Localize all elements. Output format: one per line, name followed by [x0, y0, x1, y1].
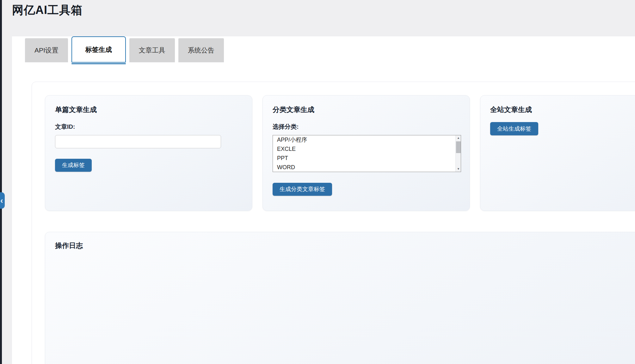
cards-row: 单篇文章生成 文章ID: 生成标签 分类文章生成 选择分类: APP/小程序 E… — [45, 95, 635, 211]
site-article-card: 全站文章生成 全站生成标签 — [480, 95, 635, 211]
category-article-card-title: 分类文章生成 — [273, 105, 460, 114]
listbox-scrollbar[interactable]: ▲ ▼ — [455, 135, 461, 172]
operation-log-title: 操作日志 — [55, 241, 633, 250]
category-select[interactable]: APP/小程序 EXCLE PPT WORD ▲ ▼ — [273, 135, 461, 172]
single-article-card: 单篇文章生成 文章ID: 生成标签 — [45, 95, 252, 211]
site-article-card-title: 全站文章生成 — [490, 105, 635, 114]
article-id-label: 文章ID: — [55, 123, 242, 131]
category-option[interactable]: PPT — [273, 154, 461, 163]
tab-system-announcements[interactable]: 系统公告 — [178, 38, 224, 62]
single-article-card-title: 单篇文章生成 — [55, 105, 242, 114]
generate-site-tags-button[interactable]: 全站生成标签 — [490, 122, 538, 135]
category-select-label: 选择分类: — [273, 123, 460, 131]
category-option[interactable]: WORD — [273, 163, 461, 172]
category-option[interactable]: APP/小程序 — [273, 135, 461, 145]
scrollbar-up-icon[interactable]: ▲ — [456, 135, 461, 141]
tab-api-settings[interactable]: API设置 — [25, 38, 68, 62]
tab-tag-generation[interactable]: 标签生成 — [71, 36, 126, 63]
category-article-card: 分类文章生成 选择分类: APP/小程序 EXCLE PPT WORD ▲ ▼ … — [262, 95, 470, 211]
sidebar-collapse-button[interactable]: ‹ — [0, 192, 5, 209]
scrollbar-down-icon[interactable]: ▼ — [456, 166, 461, 172]
collapse-chevron-icon: ‹ — [0, 196, 3, 205]
tab-bar: API设置 标签生成 文章工具 系统公告 — [12, 36, 635, 64]
operation-log-card: 操作日志 — [45, 232, 635, 364]
scrollbar-thumb[interactable] — [456, 141, 461, 153]
tab-container: API设置 标签生成 文章工具 系统公告 单篇文章生成 文章ID: 生成标签 分… — [12, 36, 635, 364]
page-title: 网亿AI工具箱 — [12, 3, 83, 18]
tab-article-tools[interactable]: 文章工具 — [129, 38, 175, 62]
content-panel: 单篇文章生成 文章ID: 生成标签 分类文章生成 选择分类: APP/小程序 E… — [32, 82, 635, 364]
article-id-input[interactable] — [55, 135, 221, 148]
generate-tags-button[interactable]: 生成标签 — [55, 159, 92, 172]
category-option[interactable]: EXCLE — [273, 145, 461, 154]
generate-category-tags-button[interactable]: 生成分类文章标签 — [273, 183, 332, 196]
left-edge-strip — [0, 0, 2, 364]
